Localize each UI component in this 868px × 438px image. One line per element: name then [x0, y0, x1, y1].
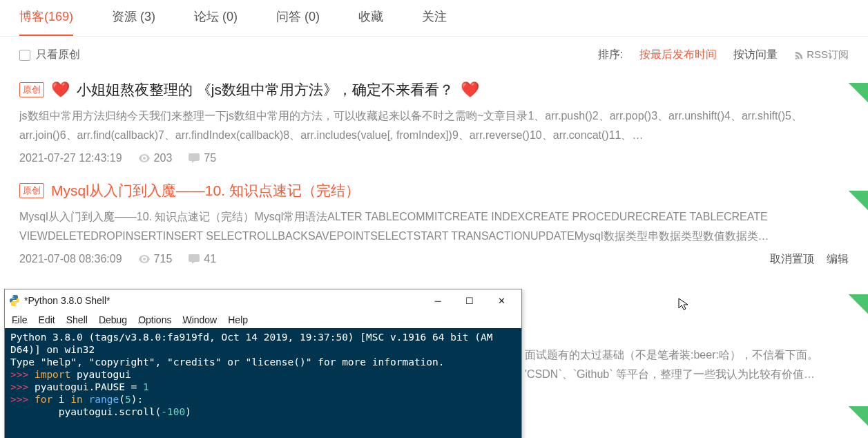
mouse-cursor-icon: [677, 297, 691, 311]
maximize-button[interactable]: ☐: [454, 291, 485, 310]
only-original-checkbox[interactable]: 只看原创: [19, 48, 80, 62]
partial-article-text: 面试题有的太过基础（不是笔者装:beer:哈），不信看下面。 'CSDN`、`G…: [525, 345, 849, 384]
menu-file[interactable]: File: [12, 314, 28, 325]
menu-edit[interactable]: Edit: [39, 314, 55, 325]
corner-ribbon: [840, 294, 868, 322]
tab-qa[interactable]: 问答 (0): [276, 8, 320, 36]
close-button[interactable]: ✕: [485, 291, 517, 310]
tab-blog[interactable]: 博客(169): [19, 8, 73, 36]
corner-ribbon: [840, 191, 868, 218]
python-shell-window: *Python 3.8.0 Shell* ─ ☐ ✕ File Edit She…: [4, 289, 522, 438]
corner-ribbon: [840, 83, 868, 111]
menu-help[interactable]: Help: [228, 314, 248, 325]
menu-shell[interactable]: Shell: [66, 314, 88, 325]
comment-icon: [189, 254, 200, 264]
tab-favorites[interactable]: 收藏: [358, 8, 383, 36]
heart-icon: ❤️: [51, 81, 70, 99]
edit-button[interactable]: 编辑: [827, 252, 849, 267]
window-title: *Python 3.8.0 Shell*: [24, 295, 422, 306]
menu-debug[interactable]: Debug: [99, 314, 127, 325]
original-badge: 原创: [19, 82, 44, 97]
article-title: 小姐姐熬夜整理的 《js数组中常用方法》，确定不来看看？: [77, 80, 454, 99]
tab-forum[interactable]: 论坛 (0): [194, 8, 238, 36]
sort-by-time[interactable]: 按最后发布时间: [639, 48, 717, 62]
article-title: Mysql从入门到入魔——10. 知识点速记（完结）: [51, 181, 360, 200]
views-count: 715: [139, 253, 173, 265]
corner-ribbon: [840, 406, 868, 434]
article-summary: js数组中常用方法归纳今天我们来整理一下js数组中常用的方法，可以收藏起来以备不…: [19, 106, 849, 145]
eye-icon: [139, 153, 150, 163]
views-count: 203: [139, 152, 173, 164]
heart-icon: ❤️: [461, 81, 479, 99]
tab-resources[interactable]: 资源 (3): [112, 8, 155, 36]
menu-options[interactable]: Options: [138, 314, 171, 325]
checkbox-icon: [19, 50, 30, 61]
article-time: 2021-07-08 08:36:09: [19, 253, 122, 265]
article-item[interactable]: 原创 ❤️ 小姐姐熬夜整理的 《js数组中常用方法》，确定不来看看？ ❤️ js…: [0, 73, 868, 174]
sort-by-views[interactable]: 按访问量: [733, 48, 778, 62]
content-tabs: 博客(169) 资源 (3) 论坛 (0) 问答 (0) 收藏 关注: [0, 0, 868, 37]
comments-count: 75: [189, 152, 216, 164]
window-titlebar[interactable]: *Python 3.8.0 Shell* ─ ☐ ✕: [5, 289, 521, 312]
article-time: 2021-07-27 12:43:19: [19, 152, 122, 164]
rss-icon: [794, 50, 804, 60]
menu-window[interactable]: Window: [182, 314, 217, 325]
tab-follow[interactable]: 关注: [422, 8, 447, 36]
original-badge: 原创: [19, 183, 44, 198]
sort-label: 排序:: [598, 48, 623, 62]
article-item[interactable]: 原创 Mysql从入门到入魔——10. 知识点速记（完结） Mysql从入门到入…: [0, 174, 868, 275]
unpin-button[interactable]: 取消置顶: [770, 252, 814, 267]
rss-subscribe[interactable]: RSS订阅: [794, 48, 849, 61]
shell-menubar: File Edit Shell Debug Options Window Hel…: [5, 312, 521, 328]
shell-output[interactable]: Python 3.8.0 (tags/v3.8.0:fa919fd, Oct 1…: [5, 328, 521, 438]
minimize-button[interactable]: ─: [422, 291, 454, 310]
only-original-label: 只看原创: [36, 48, 80, 62]
eye-icon: [139, 254, 150, 264]
article-summary: Mysql从入门到入魔——10. 知识点速记（完结）Mysql常用语法ALTER…: [19, 207, 849, 246]
comment-icon: [189, 153, 200, 163]
comments-count: 41: [189, 253, 216, 265]
filter-sort-row: 只看原创 排序: 按最后发布时间 按访问量 RSS订阅: [0, 37, 868, 73]
python-icon: [9, 295, 20, 306]
